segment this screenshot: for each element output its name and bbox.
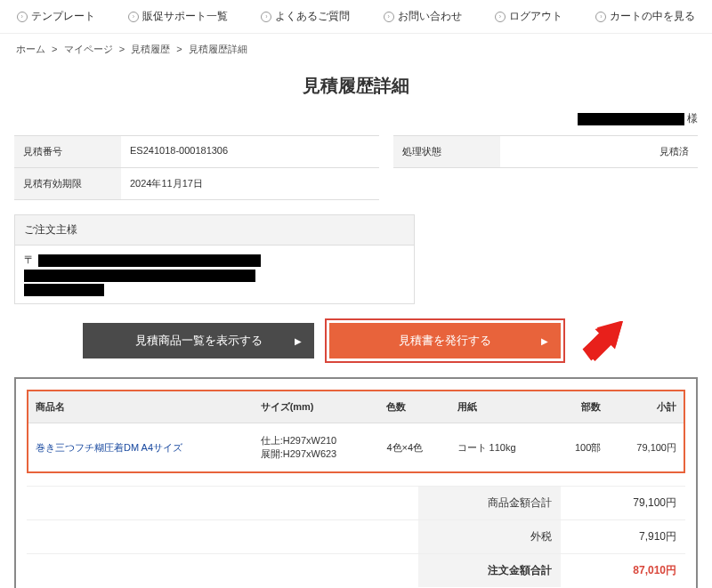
nav-logout[interactable]: ›ログアウト (495, 9, 562, 24)
th-qty: 部数 (552, 391, 608, 423)
nav-support[interactable]: ›販促サポート一覧 (128, 9, 228, 24)
size-line: 展開:H297xW623 (261, 447, 373, 461)
customer-suffix: 様 (687, 112, 698, 125)
size-line: 仕上:H297xW210 (261, 434, 373, 447)
cell-size: 仕上:H297xW210 展開:H297xW623 (254, 423, 380, 472)
kv-estimate-no: 見積番号 ES241018-000181306 (14, 135, 379, 168)
nav-label: ログアウト (509, 9, 562, 24)
total-value: 87,010円 (561, 554, 685, 587)
button-label: 見積商品一覧を表示する (135, 333, 263, 349)
triangle-icon: ▶ (295, 336, 302, 346)
table-row: 巻き三つフチ糊圧着DM A4サイズ 仕上:H297xW210 展開:H297xW… (28, 423, 684, 472)
product-table: 商品名 サイズ(mm) 色数 用紙 部数 小計 巻き三つフチ糊圧着DM A4サイ… (28, 391, 684, 471)
chevron-icon: › (261, 12, 271, 22)
breadcrumb: ホーム > マイページ > 見積履歴 > 見積履歴詳細 (0, 34, 712, 65)
details-panel: 商品名 サイズ(mm) 色数 用紙 部数 小計 巻き三つフチ糊圧着DM A4サイ… (14, 377, 698, 588)
value: 2024年11月17日 (121, 168, 379, 199)
issue-estimate-button[interactable]: 見積書を発行する ▶ (329, 323, 561, 358)
nav-label: よくあるご質問 (275, 9, 350, 24)
chevron-icon: › (495, 12, 506, 22)
annotation-arrow (576, 321, 629, 361)
orderer-addr-redacted (24, 270, 255, 282)
total-label: 商品金額合計 (418, 487, 561, 520)
crumb-sep: > (119, 44, 125, 54)
orderer-body: 〒 (15, 246, 414, 303)
crumb-home[interactable]: ホーム (16, 44, 45, 54)
cell-product-name[interactable]: 巻き三つフチ糊圧着DM A4サイズ (28, 423, 254, 472)
nav-template[interactable]: ›テンプレート (17, 9, 95, 24)
label: 見積有効期限 (14, 168, 121, 199)
button-row: 見積商品一覧を表示する ▶ 見積書を発行する ▶ (0, 313, 712, 377)
th-name: 商品名 (28, 391, 254, 423)
th-paper: 用紙 (450, 391, 552, 423)
page-title: 見積履歴詳細 (0, 74, 712, 98)
nav-contact[interactable]: ›お問い合わせ (384, 9, 462, 24)
cell-paper: コート 110kg (450, 423, 552, 472)
value: 見積済 (500, 136, 698, 167)
total-value: 7,910円 (561, 520, 685, 553)
orderer-name-redacted (24, 284, 104, 296)
label: 処理状態 (393, 136, 500, 167)
total-row-order: 注文金額合計 87,010円 (27, 553, 685, 587)
nav-label: カートの中を見る (610, 9, 695, 24)
crumb-detail: 見積履歴詳細 (189, 44, 247, 54)
crumb-mypage[interactable]: マイページ (64, 44, 113, 54)
chevron-icon: › (17, 12, 28, 22)
info-row: 見積番号 ES241018-000181306 見積有効期限 2024年11月1… (0, 135, 712, 200)
issue-button-highlight-frame: 見積書を発行する ▶ (325, 318, 565, 363)
product-table-highlight-frame: 商品名 サイズ(mm) 色数 用紙 部数 小計 巻き三つフチ糊圧着DM A4サイ… (27, 390, 685, 473)
orderer-box: ご注文主様 〒 (14, 214, 415, 304)
chevron-icon: › (128, 12, 139, 22)
total-value: 79,100円 (561, 487, 685, 520)
button-label: 見積書を発行する (399, 333, 491, 349)
th-subtotal: 小計 (608, 391, 684, 423)
value: ES241018-000181306 (121, 136, 379, 167)
orderer-postal-redacted (38, 254, 261, 267)
show-list-button[interactable]: 見積商品一覧を表示する ▶ (83, 323, 314, 358)
nav-label: 販促サポート一覧 (142, 9, 228, 24)
chevron-icon: › (595, 12, 606, 22)
table-header-row: 商品名 サイズ(mm) 色数 用紙 部数 小計 (28, 391, 684, 423)
crumb-history[interactable]: 見積履歴 (131, 44, 170, 54)
arrow-icon (578, 321, 627, 361)
nav-cart[interactable]: ›カートの中を見る (595, 9, 695, 24)
customer-name-redacted (578, 113, 684, 125)
kv-valid-until: 見積有効期限 2024年11月17日 (14, 168, 379, 200)
total-row-goods: 商品金額合計 79,100円 (27, 486, 685, 520)
total-label: 外税 (418, 520, 561, 553)
totals: 商品金額合計 79,100円 外税 7,910円 注文金額合計 87,010円 (27, 486, 685, 587)
cell-colors: 4色×4色 (379, 423, 449, 472)
th-size: サイズ(mm) (254, 391, 380, 423)
nav-faq[interactable]: ›よくあるご質問 (261, 9, 350, 24)
postal-mark: 〒 (24, 253, 35, 268)
th-colors: 色数 (379, 391, 449, 423)
info-right: 処理状態 見積済 (393, 135, 698, 200)
customer-name-line: 様 (0, 111, 712, 126)
info-left: 見積番号 ES241018-000181306 見積有効期限 2024年11月1… (14, 135, 379, 200)
orderer-heading: ご注文主様 (15, 215, 414, 246)
nav-label: テンプレート (31, 9, 95, 24)
triangle-icon: ▶ (541, 336, 548, 346)
crumb-sep: > (176, 44, 182, 54)
chevron-icon: › (384, 12, 394, 22)
cell-subtotal: 79,100円 (608, 423, 684, 472)
kv-status: 処理状態 見積済 (393, 135, 698, 168)
total-label: 注文金額合計 (418, 554, 561, 587)
label: 見積番号 (14, 136, 121, 167)
nav-label: お問い合わせ (398, 9, 462, 24)
svg-marker-1 (582, 321, 622, 361)
crumb-sep: > (52, 44, 57, 54)
cell-qty: 100部 (552, 423, 608, 472)
total-row-tax: 外税 7,910円 (27, 520, 685, 553)
top-nav: ›テンプレート ›販促サポート一覧 ›よくあるご質問 ›お問い合わせ ›ログアウ… (0, 0, 712, 34)
